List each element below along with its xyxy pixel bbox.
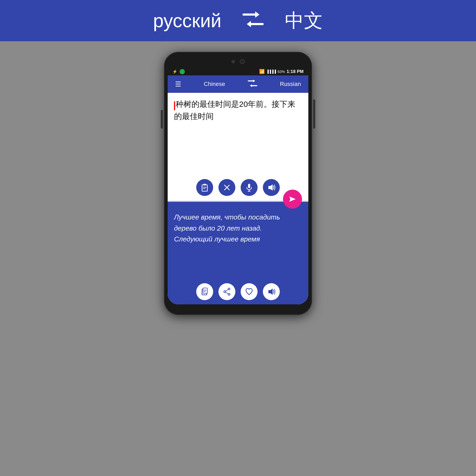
input-text[interactable]: 种树的最佳时间是20年前。接下来的最佳时间	[174, 100, 295, 121]
svg-rect-14	[248, 184, 250, 188]
status-right: 📶 ▐▐▐▐ 63% 1:18 PM	[259, 69, 304, 74]
banner-swap-icon	[242, 11, 264, 30]
top-banner: русский 中文	[0, 0, 476, 41]
phone-top	[168, 57, 308, 68]
app-header: ☰ Chinese Russian	[168, 75, 308, 93]
svg-marker-1	[255, 11, 259, 18]
clipboard-button[interactable]	[196, 179, 213, 196]
signal-icon: ▐▐▐▐	[266, 70, 276, 74]
svg-point-23	[228, 288, 230, 290]
app-screen: ☰ Chinese Russian 种树的最佳时间是20年前。接下来的最佳时间	[168, 75, 308, 304]
svg-rect-21	[204, 290, 207, 290]
phone-speaker	[231, 60, 235, 63]
banner-source-lang: русский	[153, 10, 221, 31]
input-section[interactable]: 种树的最佳时间是20年前。接下来的最佳时间	[168, 93, 308, 175]
volume-button	[161, 110, 163, 129]
svg-point-24	[224, 291, 226, 293]
svg-rect-0	[242, 13, 257, 16]
svg-rect-2	[249, 23, 264, 25]
svg-rect-22	[204, 291, 206, 292]
svg-line-27	[226, 292, 228, 294]
battery-indicator: 63%	[278, 70, 285, 74]
header-source-lang[interactable]: Chinese	[204, 81, 225, 88]
svg-rect-20	[203, 288, 207, 293]
header-target-lang[interactable]: Russian	[280, 81, 301, 88]
text-cursor	[174, 101, 175, 110]
svg-rect-10	[203, 187, 207, 187]
output-actions	[168, 276, 308, 304]
usb-icon: ⚡	[172, 69, 177, 74]
status-bar: ⚡ 📶 ▐▐▐▐ 63% 1:18 PM	[168, 68, 308, 75]
output-speaker-button[interactable]	[263, 283, 280, 300]
hamburger-icon[interactable]: ☰	[175, 81, 181, 88]
svg-point-25	[228, 294, 230, 295]
send-button[interactable]	[283, 190, 302, 209]
header-swap-icon[interactable]	[248, 80, 257, 89]
time-display: 1:18 PM	[287, 69, 304, 74]
wifi-icon: 📶	[259, 69, 265, 74]
speaker-button[interactable]	[263, 179, 280, 196]
output-share-button[interactable]	[218, 283, 235, 300]
svg-rect-9	[203, 184, 206, 185]
status-left: ⚡	[172, 69, 185, 74]
svg-marker-18	[289, 196, 296, 202]
phone-camera	[240, 59, 245, 64]
svg-marker-17	[268, 184, 273, 191]
notification-icon	[180, 69, 185, 74]
input-actions	[168, 175, 308, 201]
clear-button[interactable]	[218, 179, 235, 196]
svg-marker-28	[268, 289, 273, 295]
svg-marker-7	[250, 84, 252, 87]
banner-target-lang: 中文	[285, 8, 323, 33]
output-text: Лучшее время, чтобы посадить дерево было…	[174, 212, 302, 245]
svg-marker-3	[247, 21, 251, 27]
output-favorite-button[interactable]	[241, 283, 258, 300]
mic-button[interactable]	[241, 179, 258, 196]
output-copy-button[interactable]	[196, 283, 213, 300]
svg-rect-11	[203, 188, 205, 189]
svg-marker-5	[253, 80, 255, 82]
output-section: Лучшее время, чтобы посадить дерево было…	[168, 202, 308, 276]
power-button	[313, 99, 315, 129]
svg-rect-8	[202, 185, 207, 191]
svg-line-26	[226, 290, 228, 291]
phone-mockup: ⚡ 📶 ▐▐▐▐ 63% 1:18 PM ☰ Chinese	[164, 52, 312, 315]
